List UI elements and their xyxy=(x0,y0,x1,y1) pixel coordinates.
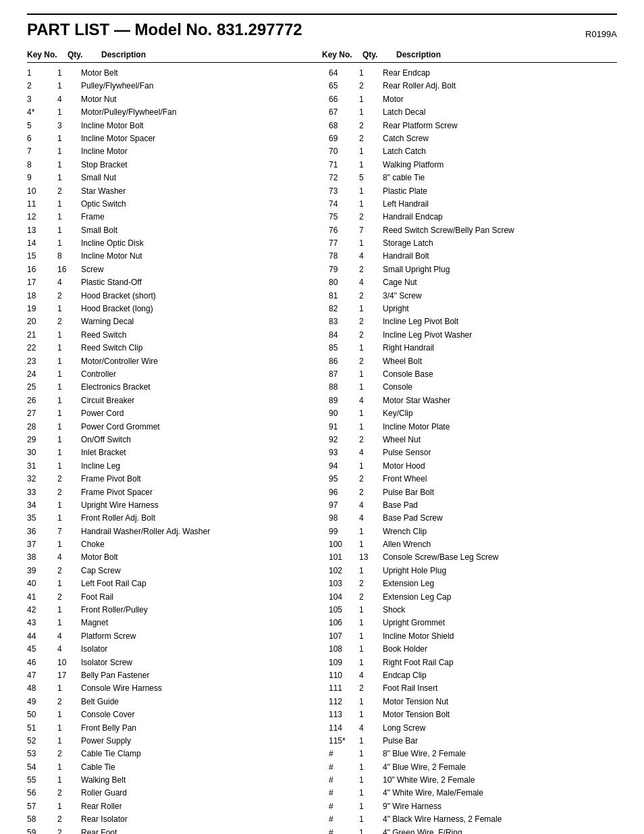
description: Incline Leg Pivot Bolt xyxy=(383,316,617,328)
list-item: 99 1 Wrench Clip xyxy=(329,525,617,538)
key-no: 98 xyxy=(329,513,359,524)
list-item: 115* 1 Pulse Bar xyxy=(329,735,617,748)
qty: 2 xyxy=(359,592,383,603)
qty: 1 xyxy=(359,199,383,210)
description: Upright Grommet xyxy=(383,617,617,629)
qty: 2 xyxy=(57,827,81,834)
description: Pulley/Flywheel/Fan xyxy=(81,80,315,92)
header-keyno-right: Key No. xyxy=(322,50,363,59)
key-no: 29 xyxy=(27,434,57,446)
qty: 1 xyxy=(57,723,81,734)
qty: 2 xyxy=(57,290,81,302)
description: Wrench Clip xyxy=(383,526,617,538)
key-no: 30 xyxy=(27,447,57,459)
title-section: PART LIST — Model No. 831.297772 R0199A xyxy=(27,14,617,39)
qty: 4 xyxy=(359,277,383,288)
key-no: 106 xyxy=(329,617,359,629)
qty: 2 xyxy=(57,487,81,498)
key-no: 80 xyxy=(329,277,359,288)
description: Rear Roller xyxy=(81,801,315,812)
list-item: 103 2 Extension Leg xyxy=(329,577,617,590)
description: Shock xyxy=(383,604,617,616)
qty: 1 xyxy=(359,631,383,642)
qty: 1 xyxy=(57,801,81,812)
qty: 1 xyxy=(57,500,81,511)
list-item: 34 1 Upright Wire Harness xyxy=(27,499,315,512)
key-no: 56 xyxy=(27,787,57,799)
description: Latch Decal xyxy=(383,107,617,118)
qty: 4 xyxy=(57,644,81,655)
list-item: 17 4 Plastic Stand-Off xyxy=(27,276,315,289)
description: Frame xyxy=(81,211,315,223)
qty: 2 xyxy=(57,592,81,603)
qty: 1 xyxy=(359,565,383,577)
description: 8" Blue Wire, 2 Female xyxy=(383,748,617,760)
list-item: 50 1 Console Cover xyxy=(27,708,315,721)
description: Handrail Washer/Roller Adj. Washer xyxy=(81,526,315,538)
qty: 2 xyxy=(57,748,81,760)
key-no: 99 xyxy=(329,526,359,538)
list-item: 73 1 Plastic Plate xyxy=(329,185,617,198)
qty: 17 xyxy=(57,670,81,681)
description: Magnet xyxy=(81,617,315,629)
list-item: 43 1 Magnet xyxy=(27,617,315,629)
description: Hood Bracket (short) xyxy=(81,290,315,302)
key-no: 83 xyxy=(329,316,359,328)
key-no: 115* xyxy=(329,735,359,747)
list-item: 24 1 Controller xyxy=(27,368,315,381)
description: Left Handrail xyxy=(383,199,617,210)
qty: 1 xyxy=(57,159,81,171)
description: Stop Bracket xyxy=(81,159,315,171)
key-no: # xyxy=(329,787,359,799)
description: Book Holder xyxy=(383,644,617,655)
key-no: 65 xyxy=(329,80,359,92)
list-item: 28 1 Power Cord Grommet xyxy=(27,421,315,434)
key-no: 92 xyxy=(329,434,359,446)
qty: 2 xyxy=(359,434,383,446)
key-no: 58 xyxy=(27,814,57,825)
key-no: 11 xyxy=(27,199,57,210)
description: Extension Leg xyxy=(383,578,617,590)
key-no: 20 xyxy=(27,316,57,328)
qty: 4 xyxy=(57,552,81,563)
key-no: 75 xyxy=(329,211,359,223)
key-no: 10 xyxy=(27,186,57,197)
description: 4" Black Wire Harness, 2 Female xyxy=(383,814,617,825)
list-item: 21 1 Reed Switch xyxy=(27,329,315,342)
list-item: 25 1 Electronics Bracket xyxy=(27,381,315,394)
description: Reed Switch xyxy=(81,330,315,341)
key-no: 100 xyxy=(329,539,359,550)
key-no: # xyxy=(329,827,359,834)
description: Motor Belt xyxy=(81,68,315,79)
qty: 1 xyxy=(57,447,81,459)
list-item: 18 2 Hood Bracket (short) xyxy=(27,290,315,303)
description: Optic Switch xyxy=(81,199,315,210)
key-no: 87 xyxy=(329,369,359,380)
key-no: 88 xyxy=(329,382,359,393)
qty: 2 xyxy=(359,330,383,341)
list-item: 82 1 Upright xyxy=(329,303,617,315)
qty: 2 xyxy=(359,133,383,145)
list-item: 7 1 Incline Motor xyxy=(27,145,315,158)
list-item: 2 1 Pulley/Flywheel/Fan xyxy=(27,80,315,93)
description: Electronics Bracket xyxy=(81,382,315,393)
qty: 1 xyxy=(359,814,383,825)
key-no: 96 xyxy=(329,487,359,498)
qty: 1 xyxy=(57,434,81,446)
qty: 2 xyxy=(359,120,383,132)
qty: 1 xyxy=(57,513,81,524)
key-no: # xyxy=(329,762,359,773)
list-item: # 1 4" White Wire, Male/Female xyxy=(329,787,617,800)
qty: 1 xyxy=(359,68,383,79)
description: Cage Nut xyxy=(383,277,617,288)
qty: 1 xyxy=(359,539,383,550)
qty: 1 xyxy=(57,762,81,773)
list-item: 33 2 Frame Pivot Spacer xyxy=(27,486,315,499)
list-item: 91 1 Incline Motor Plate xyxy=(329,421,617,434)
description: Incline Motor Bolt xyxy=(81,120,315,132)
qty: 2 xyxy=(57,316,81,328)
description: Reed Switch Screw/Belly Pan Screw xyxy=(383,225,617,236)
qty: 2 xyxy=(359,487,383,498)
qty: 2 xyxy=(359,316,383,328)
qty: 2 xyxy=(359,473,383,485)
